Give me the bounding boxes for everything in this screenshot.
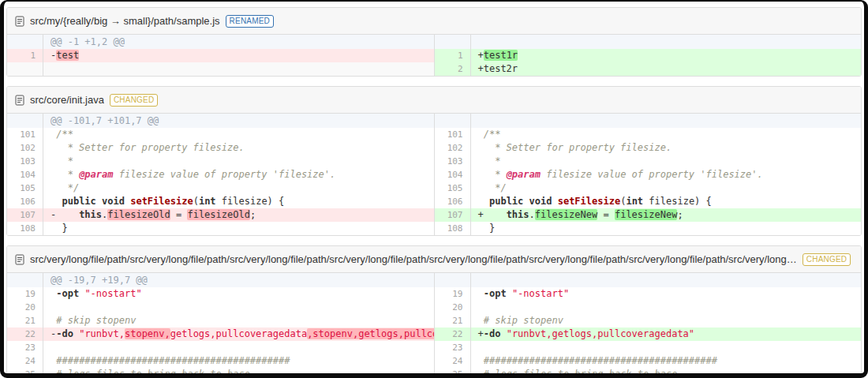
line-number: 25: [7, 368, 43, 378]
line-number: 19: [435, 287, 471, 301]
code-segment: [523, 196, 529, 207]
line-number: [435, 35, 471, 49]
hunk-header-row: @@ -101,7 +101,7 @@: [7, 114, 434, 128]
line-number: 1: [435, 49, 471, 62]
diff-row: 2+test2r: [435, 62, 862, 76]
file-header: src/my/{really/big → small}/path/sample.…: [7, 8, 861, 35]
code-segment: @param: [79, 169, 113, 180]
code-segment: -opt: [56, 288, 79, 299]
file-header: src/very/long/file/path/src/very/long/fi…: [7, 246, 861, 273]
diff-row: 19 -opt "-nostart": [435, 287, 862, 301]
code-line: * Setter for property filesize.: [471, 141, 862, 155]
code-line: /**: [471, 128, 862, 141]
diff-row: 25 # logs files to bring back to base: [7, 368, 434, 378]
code-segment: }: [478, 223, 496, 234]
code-segment: ;: [677, 209, 683, 220]
code-segment: filesize value of property 'filesize'.: [113, 169, 335, 180]
code-segment: +: [478, 328, 484, 339]
code-line: public void setFilesize(int filesize) {: [43, 195, 434, 208]
code-segment: /**: [478, 129, 501, 140]
screenshot-frame: src/my/{really/big → small}/path/sample.…: [0, 0, 868, 378]
line-number: 106: [7, 195, 43, 208]
code-line: [471, 301, 862, 314]
line-number: 2: [435, 62, 471, 76]
code-segment: *: [478, 155, 501, 167]
line-number: [7, 114, 43, 128]
diff-row: 101 /**: [7, 128, 434, 141]
line-number: 103: [435, 155, 471, 168]
code-segment: -do: [56, 328, 73, 339]
line-number: [435, 273, 471, 287]
code-segment: [507, 288, 512, 299]
code-segment: =: [170, 209, 188, 220]
file-header: src/core/init.javaCHANGED: [7, 87, 861, 114]
diff-row: 104 * @param filesize value of property …: [435, 168, 862, 182]
code-segment: @@ -19,7 +19,7 @@: [51, 275, 148, 286]
code-segment: [478, 288, 484, 299]
diff-row: 105 */: [435, 182, 862, 195]
file-diff: @@ -101,7 +101,7 @@101 /**102 * Setter f…: [7, 114, 861, 235]
code-line: *: [43, 155, 434, 168]
code-segment: }: [51, 223, 68, 234]
code-line: */: [43, 182, 434, 195]
diff-side-right: 1+test1r2+test2r: [434, 35, 862, 76]
line-number: 22: [435, 327, 471, 341]
diff-row: 20: [7, 301, 434, 314]
diff-side-left: @@ -101,7 +101,7 @@101 /**102 * Setter f…: [7, 114, 434, 235]
code-segment: [51, 196, 62, 207]
code-segment: this: [79, 209, 102, 220]
code-segment: [478, 315, 484, 326]
code-segment: ########################################…: [56, 355, 290, 366]
code-segment: [478, 196, 489, 207]
diff-row: 107+ this.filesizeNew = filesizeNew;: [435, 208, 862, 222]
code-line: [43, 341, 434, 354]
file-icon: [15, 16, 24, 27]
code-segment: this: [507, 209, 529, 220]
code-segment: getlogs,pullcoveragedata: [170, 328, 307, 339]
code-line: ########################################…: [43, 354, 434, 368]
diff-row: 105 */: [7, 182, 434, 195]
code-segment: void: [102, 196, 125, 207]
diff-row: 1+test1r: [435, 49, 862, 62]
code-line: - this.filesizeOld = filesizeOld;: [43, 208, 434, 222]
code-segment: # skip stopenv: [56, 315, 136, 326]
code-segment: =: [597, 209, 615, 220]
file-name: src/very/long/file/path/src/very/long/fi…: [30, 253, 797, 265]
line-number: 103: [7, 155, 43, 168]
hunk-header-row: @@ -1 +1,2 @@: [7, 35, 434, 49]
diff-row: 106 public void setFilesize(int filesize…: [435, 195, 862, 208]
code-line: -opt "-nostart": [471, 287, 862, 301]
code-line: ########################################…: [471, 354, 862, 368]
file-diff-block: src/core/init.javaCHANGED@@ -101,7 +101,…: [6, 86, 862, 236]
code-segment: [478, 369, 484, 378]
code-segment: "runbvt,getlogs,pullcoveragedata": [507, 328, 694, 339]
diff-row: 108 }: [7, 222, 434, 235]
line-number: 23: [7, 341, 43, 354]
hunk-header-row: @@ -19,7 +19,7 @@: [7, 273, 434, 287]
code-line: [471, 273, 862, 287]
code-segment: ########################################…: [484, 355, 717, 366]
diff-row: 102 * Setter for property filesize.: [435, 141, 862, 155]
diff-row: 101 /**: [435, 128, 862, 141]
line-number: 105: [435, 182, 471, 195]
code-segment: public: [62, 196, 95, 207]
code-segment: filesize) {: [216, 196, 285, 207]
diff-row: [7, 62, 434, 76]
diff-row: 23: [435, 341, 862, 354]
diff-side-right: 19 -opt "-nostart"2021 # skip stopenv22+…: [434, 273, 862, 378]
diff-row: 103 *: [435, 155, 862, 168]
code-segment: * Setter for property filesize.: [51, 142, 245, 153]
diff-row: 21 # skip stopenv: [7, 314, 434, 327]
file-name: src/my/{really/big → small}/path/sample.…: [30, 15, 220, 27]
code-segment: @@ -101,7 +101,7 @@: [51, 115, 159, 126]
diff-row: 19 -opt "-nostart": [7, 287, 434, 301]
code-line: -opt "-nostart": [43, 287, 434, 301]
diff-row: 22--do "runbvt,stopenv,getlogs,pullcover…: [7, 327, 434, 341]
line-number: 19: [7, 287, 43, 301]
code-segment: -do: [484, 328, 501, 339]
diff-row: 102 * Setter for property filesize.: [7, 141, 434, 155]
code-line: * @param filesize value of property 'fil…: [43, 168, 434, 182]
diff-row: 24 #####################################…: [435, 354, 862, 368]
line-number: 1: [7, 49, 43, 62]
diff-view: src/my/{really/big → small}/path/sample.…: [6, 7, 862, 378]
